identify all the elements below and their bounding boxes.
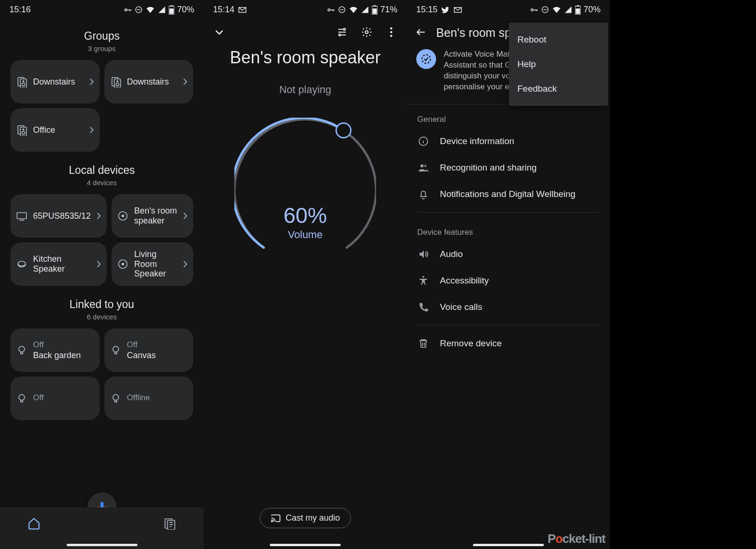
- group-card-downstairs[interactable]: Downstairs: [10, 60, 100, 103]
- row-label: Recognition and sharing: [440, 163, 537, 173]
- speaker-group-icon: [16, 76, 27, 87]
- gmail-icon: [238, 7, 247, 13]
- card-status: Off: [33, 393, 94, 403]
- volume-thumb[interactable]: [335, 122, 352, 138]
- linked-count: 6 devices: [0, 313, 204, 321]
- overflow-menu: Reboot Help Feedback: [509, 23, 608, 106]
- nav-handle[interactable]: [67, 544, 137, 546]
- svg-rect-17: [17, 213, 26, 219]
- device-card-living-speaker[interactable]: Living Room Speaker: [112, 242, 193, 286]
- equalizer-button[interactable]: [335, 25, 349, 39]
- nav-handle[interactable]: [473, 544, 544, 546]
- svg-point-40: [390, 31, 393, 34]
- row-accessibility[interactable]: Accessibility: [407, 267, 610, 294]
- signal-icon: [158, 6, 166, 14]
- svg-point-0: [125, 9, 127, 11]
- groups-count: 3 groups: [0, 44, 204, 52]
- status-bar: 15:14 71%: [204, 0, 407, 17]
- chevron-right-icon: [183, 78, 188, 86]
- dnd-icon: [541, 6, 549, 14]
- battery-icon: [169, 5, 174, 15]
- nav-home-button[interactable]: [25, 514, 43, 533]
- card-status: Off: [33, 340, 94, 350]
- row-notifications-wellbeing[interactable]: Notifications and Digital Wellbeing: [407, 181, 610, 207]
- nav-activity-button[interactable]: [160, 514, 179, 533]
- speaker-group-icon: [110, 76, 121, 87]
- svg-point-22: [122, 263, 124, 265]
- back-button[interactable]: [415, 26, 427, 40]
- card-label: Downstairs: [127, 77, 178, 87]
- svg-point-38: [365, 31, 368, 34]
- svg-point-42: [271, 521, 272, 522]
- device-card-canvas[interactable]: Off Canvas: [104, 328, 194, 372]
- voice-match-icon: [416, 49, 436, 69]
- local-header: Local devices 4 devices: [0, 164, 204, 187]
- group-card-office[interactable]: Office: [10, 108, 100, 152]
- status-battery: 71%: [380, 5, 397, 15]
- svg-point-51: [421, 164, 423, 167]
- battery-icon: [575, 5, 581, 15]
- card-label: 65PUS8535/12: [33, 211, 91, 221]
- svg-point-11: [117, 81, 118, 82]
- settings-button[interactable]: [360, 25, 374, 39]
- status-bar: 15:15 70%: [407, 0, 610, 17]
- wifi-icon: [552, 6, 561, 14]
- collapse-button[interactable]: [212, 25, 226, 39]
- settings-pane: 15:15 70% Ben's room speak Activate Voic…: [407, 0, 610, 549]
- accessibility-icon: [417, 274, 430, 287]
- player-title: Ben's room speaker: [204, 48, 407, 68]
- info-icon: [417, 135, 430, 147]
- card-label: Living Room Speaker: [134, 249, 177, 279]
- svg-point-49: [422, 55, 430, 63]
- row-label: Audio: [440, 249, 463, 259]
- row-device-information[interactable]: Device information: [407, 128, 610, 154]
- row-voice-calls[interactable]: Voice calls: [407, 294, 610, 320]
- chevron-right-icon: [183, 260, 188, 268]
- cast-audio-button[interactable]: Cast my audio: [259, 508, 351, 528]
- row-remove-device[interactable]: Remove device: [407, 330, 610, 357]
- card-label: Back garden: [33, 351, 94, 360]
- card-label: Ben's room speaker: [134, 206, 177, 225]
- status-time: 15:15: [416, 5, 438, 15]
- bell-icon: [417, 188, 430, 200]
- device-card-tv[interactable]: 65PUS8535/12: [10, 194, 107, 238]
- device-card-offline[interactable]: Offline: [104, 377, 194, 420]
- row-audio[interactable]: Audio: [407, 241, 610, 267]
- svg-point-20: [18, 261, 26, 266]
- volume-dial[interactable]: 60% Volume: [234, 118, 376, 264]
- menu-reboot[interactable]: Reboot: [509, 27, 608, 52]
- menu-help[interactable]: Help: [509, 52, 608, 77]
- device-card-bens-speaker[interactable]: Ben's room speaker: [112, 194, 193, 238]
- wifi-icon: [349, 6, 358, 14]
- signal-icon: [564, 6, 572, 14]
- card-label: Downstairs: [33, 77, 84, 87]
- row-label: Device information: [440, 136, 514, 146]
- device-card-back-garden[interactable]: Off Back garden: [10, 328, 100, 372]
- nav-handle[interactable]: [270, 544, 341, 546]
- chevron-right-icon: [89, 78, 94, 86]
- phone-icon: [417, 301, 430, 313]
- gmail-icon: [454, 7, 462, 13]
- card-status: Off: [127, 340, 188, 350]
- local-count: 4 devices: [0, 179, 204, 187]
- card-label: Office: [33, 125, 84, 135]
- card-label: Canvas: [127, 351, 188, 360]
- row-recognition-sharing[interactable]: Recognition and sharing: [407, 154, 610, 181]
- menu-feedback[interactable]: Feedback: [509, 77, 608, 101]
- linked-header: Linked to you 6 devices: [0, 298, 204, 321]
- groups-header: Groups 3 groups: [0, 30, 204, 52]
- vpn-key-icon: [530, 6, 538, 14]
- svg-rect-48: [577, 5, 579, 6]
- mini-speaker-icon: [117, 210, 129, 222]
- device-card-kitchen-speaker[interactable]: Kitchen Speaker: [10, 242, 107, 286]
- row-label: Accessibility: [440, 275, 489, 286]
- chevron-right-icon: [96, 212, 101, 220]
- group-card-downstairs-2[interactable]: Downstairs: [104, 60, 194, 103]
- device-card-off[interactable]: Off: [10, 377, 100, 420]
- watermark: Pocket-lint: [548, 532, 605, 546]
- svg-rect-47: [576, 9, 580, 14]
- more-button[interactable]: [384, 25, 398, 39]
- cast-label: Cast my audio: [285, 513, 340, 523]
- svg-point-7: [23, 81, 24, 82]
- card-status: Offline: [127, 393, 188, 403]
